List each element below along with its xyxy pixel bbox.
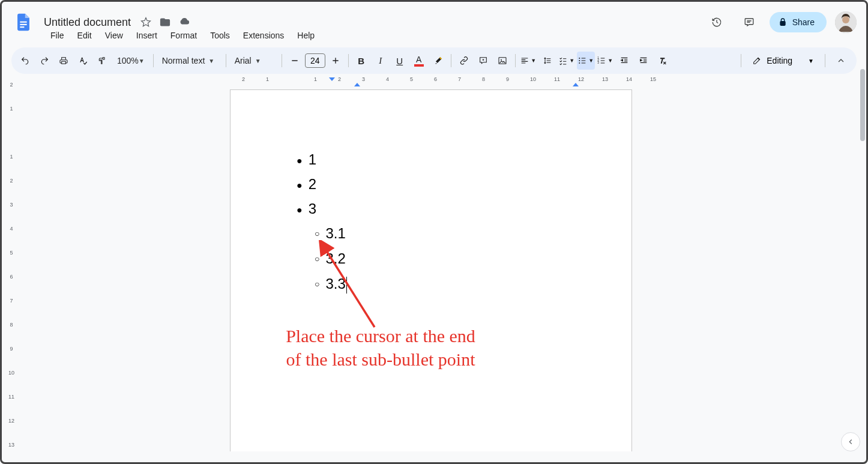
menu-format[interactable]: Format — [165, 28, 202, 43]
bullet-item[interactable]: 3 — [297, 197, 574, 221]
avatar[interactable] — [835, 11, 857, 33]
chevron-down-icon: ▼ — [255, 58, 261, 64]
history-icon[interactable] — [705, 10, 729, 34]
zoom-select[interactable]: 100% ▼ — [112, 52, 149, 70]
chevron-down-icon: ▼ — [139, 58, 145, 64]
move-to-folder-icon[interactable] — [160, 17, 170, 28]
vertical-ruler: 2 1 1 2 3 4 5 6 7 8 9 10 11 12 13 — [2, 76, 21, 451]
horizontal-ruler: 2 1 1 2 3 4 5 6 7 8 9 10 11 12 13 14 15 — [21, 76, 866, 87]
align-button[interactable]: ▼ — [519, 52, 537, 70]
collapse-toolbar-button[interactable] — [830, 50, 852, 71]
insert-link-button[interactable] — [455, 52, 473, 70]
svg-point-6 — [501, 59, 502, 61]
checklist-button[interactable]: ▼ — [558, 52, 576, 70]
star-icon[interactable] — [140, 17, 151, 28]
text-cursor — [346, 277, 347, 294]
text-color-button[interactable]: A — [410, 52, 428, 70]
svg-point-9 — [579, 62, 580, 64]
menu-edit[interactable]: Edit — [72, 28, 97, 43]
chevron-down-icon: ▼ — [208, 58, 214, 64]
bullet-item[interactable]: 2 — [297, 172, 574, 197]
vertical-scrollbar[interactable] — [860, 69, 865, 141]
bulleted-list-button[interactable]: ▼ — [577, 52, 595, 70]
spellcheck-button[interactable] — [74, 52, 92, 70]
menu-view[interactable]: View — [100, 28, 128, 43]
line-spacing-button[interactable] — [538, 52, 556, 70]
highlight-button[interactable] — [429, 52, 447, 70]
bullet-item[interactable]: 1 — [297, 148, 574, 172]
decrease-font-size-button[interactable] — [286, 52, 304, 70]
menu-help[interactable]: Help — [292, 28, 320, 43]
insert-comment-button[interactable] — [474, 52, 492, 70]
svg-rect-1 — [20, 24, 26, 25]
zoom-value: 100% — [117, 56, 139, 65]
sub-bullet-item[interactable]: 3.2 — [315, 246, 574, 271]
cloud-status-icon[interactable] — [179, 17, 190, 28]
svg-rect-2 — [20, 26, 24, 28]
undo-button[interactable] — [16, 52, 34, 70]
menu-file[interactable]: File — [45, 28, 70, 43]
docs-logo[interactable] — [11, 10, 35, 34]
menu-insert[interactable]: Insert — [131, 28, 163, 43]
explore-button[interactable] — [841, 432, 860, 451]
paragraph-style-select[interactable]: Normal text ▼ — [157, 52, 222, 70]
font-select[interactable]: Arial ▼ — [230, 52, 278, 70]
annotation-text: Place the cursor at the end of the last … — [212, 324, 549, 371]
share-button-label: Share — [792, 17, 815, 27]
paragraph-style-value: Normal text — [162, 56, 205, 65]
share-button[interactable]: Share — [770, 12, 827, 32]
svg-point-4 — [842, 16, 849, 23]
font-value: Arial — [235, 56, 252, 65]
document-title[interactable]: Untitled document — [40, 15, 134, 30]
menu-extensions[interactable]: Extensions — [238, 28, 289, 43]
editing-mode-label: Editing — [767, 56, 792, 65]
font-size-input[interactable] — [305, 53, 325, 68]
svg-point-8 — [579, 60, 580, 61]
insert-image-button[interactable] — [493, 52, 511, 70]
svg-rect-0 — [20, 22, 26, 23]
clear-formatting-button[interactable] — [654, 52, 672, 70]
comments-icon[interactable] — [737, 10, 761, 34]
document-page[interactable]: 1 2 3 3.1 3.2 3.3 Place the cu — [230, 89, 632, 451]
decrease-indent-button[interactable] — [615, 52, 633, 70]
toolbar: 100% ▼ Normal text ▼ Arial ▼ B I U A — [11, 47, 857, 74]
svg-text:3: 3 — [598, 61, 600, 64]
increase-font-size-button[interactable] — [327, 52, 345, 70]
bold-button[interactable]: B — [352, 52, 370, 70]
italic-button[interactable]: I — [372, 52, 390, 70]
svg-point-7 — [579, 58, 580, 59]
paint-format-button[interactable] — [93, 52, 111, 70]
print-button[interactable] — [55, 52, 73, 70]
sub-bullet-item[interactable]: 3.3 — [315, 271, 574, 297]
underline-button[interactable]: U — [391, 52, 409, 70]
redo-button[interactable] — [35, 52, 53, 70]
editing-mode-select[interactable]: Editing ▼ — [746, 52, 820, 70]
numbered-list-button[interactable]: 123 ▼ — [596, 52, 614, 70]
increase-indent-button[interactable] — [634, 52, 653, 70]
sub-bullet-item[interactable]: 3.1 — [315, 221, 574, 246]
menu-tools[interactable]: Tools — [205, 28, 235, 43]
